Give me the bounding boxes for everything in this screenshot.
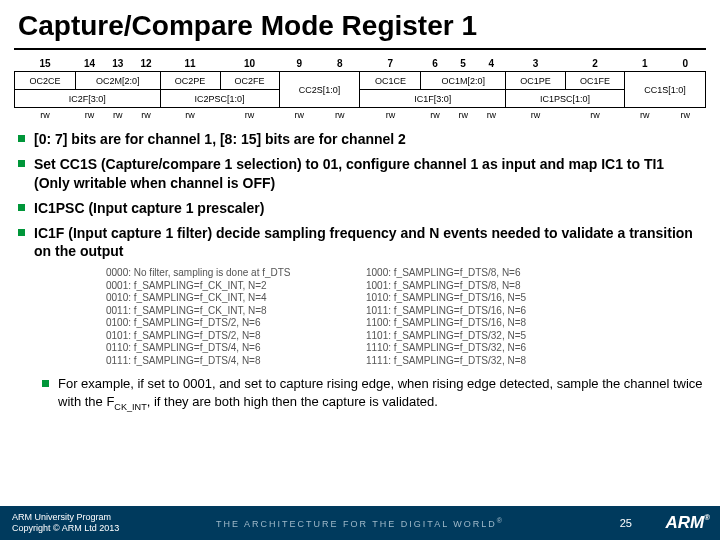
register-diagram: 15141312 111098 7654 3210 OC2CEOC2M[2:0]… — [14, 56, 706, 122]
page-number: 25 — [620, 517, 632, 529]
list-item: IC1F (Input capture 1 filter) decide sam… — [18, 224, 702, 262]
list-item: Set CC1S (Capture/compare 1 selection) t… — [18, 155, 702, 193]
title-rule — [14, 48, 706, 50]
bullet-list: [0: 7] bits are for channel 1, [8: 15] b… — [0, 130, 720, 261]
list-item: For example, if set to 0001, and set to … — [42, 375, 720, 412]
copyright: ARM University Program Copyright © ARM L… — [12, 512, 119, 534]
example-list: For example, if set to 0001, and set to … — [0, 371, 720, 412]
tagline: THE ARCHITECTURE FOR THE DIGITAL WORLD® — [216, 517, 504, 529]
list-item: IC1PSC (Input capture 1 prescaler) — [18, 199, 702, 218]
filter-table: 0000: No filter, sampling is done at f_D… — [100, 267, 620, 367]
page-title: Capture/Compare Mode Register 1 — [0, 0, 720, 48]
arm-logo: ARM® — [665, 513, 710, 533]
footer-bar: ARM University Program Copyright © ARM L… — [0, 506, 720, 540]
list-item: [0: 7] bits are for channel 1, [8: 15] b… — [18, 130, 702, 149]
